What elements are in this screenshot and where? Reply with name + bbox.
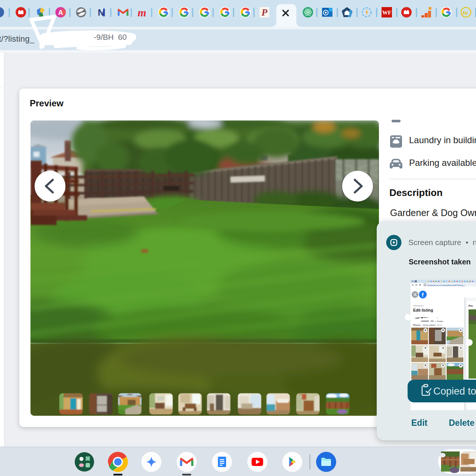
- svg-text:facebook.com/marketplace/edit/: facebook.com/marketplace/edit/?listing_i: [427, 284, 465, 286]
- svg-text:Edit listing: Edit listing: [413, 308, 433, 312]
- svg-text:Parking available: Parking available: [409, 158, 476, 168]
- svg-text:P: P: [261, 7, 268, 18]
- svg-text:◐ Public: ◐ Public: [435, 320, 443, 322]
- svg-text:Pre: Pre: [469, 305, 473, 307]
- svg-text:Marketplace: Marketplace: [414, 305, 424, 307]
- svg-text:Photos · на вы added · 0 / 1: Photos · на вы added · 0 / 1: [413, 324, 442, 326]
- svg-text:Laundry in building: Laundry in building: [409, 135, 476, 145]
- svg-text:WF: WF: [382, 10, 391, 16]
- svg-text:Copied to clipboard: Copied to clipboard: [433, 386, 476, 397]
- svg-text:tu: tu: [463, 9, 468, 16]
